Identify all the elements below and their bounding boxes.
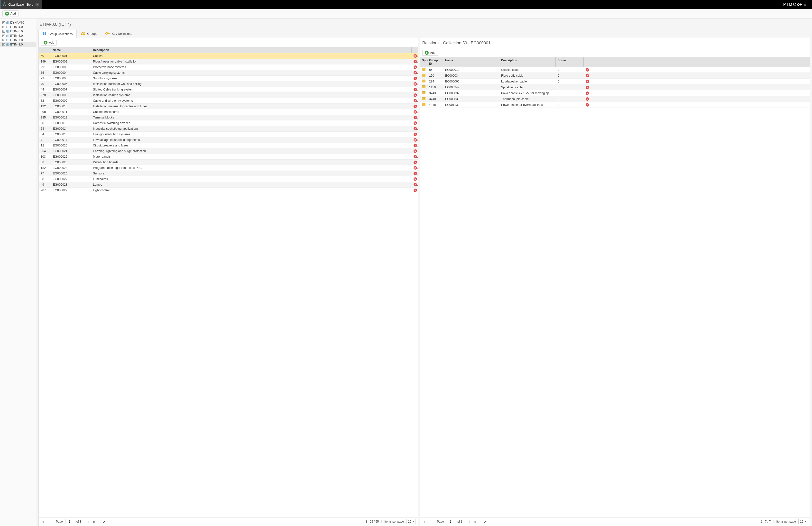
delete-icon[interactable]: × bbox=[414, 93, 417, 97]
table-row[interactable]: 291EG000003Protective hose systems× bbox=[39, 64, 418, 70]
open-folder-icon[interactable] bbox=[422, 74, 425, 77]
table-row[interactable]: 59EG000001Cables× bbox=[39, 53, 418, 59]
open-folder-icon[interactable] bbox=[422, 91, 425, 94]
pager-refresh-icon[interactable]: ⟳ bbox=[483, 520, 487, 524]
pager-prev-icon[interactable]: ‹ bbox=[429, 520, 431, 524]
tab-key-definitions[interactable]: Key Definitions bbox=[101, 29, 136, 38]
table-row[interactable]: 103EG000022Meter panels× bbox=[39, 154, 418, 160]
table-row[interactable]: 4818EC001139Power cable for overhead lin… bbox=[420, 102, 810, 108]
table-row[interactable]: 44EG000007Slotted Cable trunking system× bbox=[39, 87, 418, 92]
delete-icon[interactable]: × bbox=[414, 144, 417, 147]
delete-icon[interactable]: × bbox=[414, 105, 417, 108]
delete-icon[interactable]: × bbox=[414, 189, 417, 192]
expand-icon[interactable]: + bbox=[2, 34, 5, 37]
delete-icon[interactable]: × bbox=[586, 97, 589, 101]
table-row[interactable]: 3748EC000838Thermocouple cable0× bbox=[420, 96, 810, 102]
table-row[interactable]: 132EG000010Installation material for cab… bbox=[39, 104, 418, 109]
header-id[interactable]: ID bbox=[39, 47, 51, 53]
collections-add-button[interactable]: + Add bbox=[41, 40, 57, 45]
delete-icon[interactable]: × bbox=[414, 82, 417, 86]
table-row[interactable]: 77EG000026Sensors× bbox=[39, 171, 418, 176]
delete-icon[interactable]: × bbox=[414, 161, 417, 164]
delete-icon[interactable]: × bbox=[414, 60, 417, 63]
delete-icon[interactable]: × bbox=[586, 86, 589, 89]
table-row[interactable]: 150EC000034Fibre optic cable0× bbox=[420, 73, 810, 78]
table-row[interactable]: 207EG000029Light control× bbox=[39, 188, 418, 193]
delete-icon[interactable]: × bbox=[586, 68, 589, 72]
pager-next-icon[interactable]: › bbox=[468, 520, 471, 524]
tree-item[interactable]: +ETIM-8.0 bbox=[0, 42, 36, 47]
delete-icon[interactable]: × bbox=[414, 183, 417, 186]
delete-icon[interactable]: × bbox=[414, 155, 417, 158]
table-row[interactable]: 12EG000020Circuit breakers and fuses× bbox=[39, 143, 418, 148]
delete-icon[interactable]: × bbox=[414, 88, 417, 91]
pager-last-icon[interactable]: » bbox=[92, 520, 96, 524]
add-button[interactable]: + Add bbox=[2, 11, 18, 17]
table-row[interactable]: 3743EC000837Power cable >= 1 kV, for mov… bbox=[420, 90, 810, 96]
pager-ipp-select[interactable]: 25 bbox=[798, 519, 807, 524]
pager-page-input[interactable] bbox=[446, 519, 455, 524]
delete-icon[interactable]: × bbox=[414, 71, 417, 74]
delete-icon[interactable]: × bbox=[414, 65, 417, 69]
delete-icon[interactable]: × bbox=[414, 110, 417, 114]
table-row[interactable]: 254EG000021Earthing, lightning and surge… bbox=[39, 148, 418, 154]
delete-icon[interactable]: × bbox=[414, 121, 417, 125]
tree-item[interactable]: +ETIM-6.0 bbox=[0, 33, 36, 38]
table-row[interactable]: 88EG000023Distribution boards× bbox=[39, 160, 418, 165]
table-row[interactable]: 34EG000015Energy distribution systems× bbox=[39, 132, 418, 137]
delete-icon[interactable]: × bbox=[414, 177, 417, 181]
header-sorter[interactable]: Sorter bbox=[556, 57, 584, 67]
table-row[interactable]: 284EC000065Loudspeaker cable0× bbox=[420, 78, 810, 84]
pager-first-icon[interactable]: « bbox=[41, 520, 45, 524]
pager-next-icon[interactable]: › bbox=[87, 520, 90, 524]
topbar-tab-classification-store[interactable]: Classification Store × bbox=[0, 0, 42, 9]
relations-add-button[interactable]: + Add bbox=[422, 50, 438, 56]
delete-icon[interactable]: × bbox=[586, 103, 589, 106]
table-row[interactable]: 278EG000008Installation column systems× bbox=[39, 92, 418, 98]
table-row[interactable]: 86EC000019Coaxial cable0× bbox=[420, 67, 810, 73]
table-row[interactable]: 70EG000006Installation ducts for wall an… bbox=[39, 81, 418, 87]
table-row[interactable]: 28EG000013Domestic switching devices× bbox=[39, 120, 418, 126]
delete-icon[interactable]: × bbox=[414, 77, 417, 80]
expand-icon[interactable]: + bbox=[2, 26, 5, 28]
close-icon[interactable]: × bbox=[35, 3, 39, 6]
header-open[interactable]: Open bbox=[420, 57, 427, 67]
pager-first-icon[interactable]: « bbox=[422, 520, 426, 524]
expand-icon[interactable]: + bbox=[2, 39, 5, 41]
open-folder-icon[interactable] bbox=[422, 103, 425, 106]
expand-icon[interactable]: + bbox=[2, 30, 5, 33]
pager-ipp-select[interactable]: 25 bbox=[406, 519, 415, 524]
delete-icon[interactable]: × bbox=[414, 127, 417, 130]
pager-refresh-icon[interactable]: ⟳ bbox=[102, 520, 106, 524]
tree-item[interactable]: +DYNAMIC bbox=[0, 20, 36, 25]
expand-icon[interactable]: + bbox=[2, 21, 5, 24]
tree-item[interactable]: +ETIM-4.0 bbox=[0, 25, 36, 29]
delete-icon[interactable]: × bbox=[414, 172, 417, 175]
header-name[interactable]: Name bbox=[443, 57, 499, 67]
delete-icon[interactable]: × bbox=[586, 91, 589, 95]
pager-prev-icon[interactable]: ‹ bbox=[47, 520, 50, 524]
table-row[interactable]: 98EG000027Luminaires× bbox=[39, 176, 418, 182]
open-folder-icon[interactable] bbox=[422, 68, 425, 71]
table-row[interactable]: 65EG000004Cable carrying systems× bbox=[39, 70, 418, 76]
table-row[interactable]: 82EG000009Cable and wire entry systems× bbox=[39, 98, 418, 104]
header-description[interactable]: Description bbox=[91, 47, 411, 53]
table-row[interactable]: 7EG000017Low-voltage industrial componen… bbox=[39, 137, 418, 143]
delete-icon[interactable]: × bbox=[414, 99, 417, 102]
table-row[interactable]: 23EG000005Sub-floor systems× bbox=[39, 76, 418, 81]
table-row[interactable]: 208EG000011Cabinet enclosures× bbox=[39, 109, 418, 115]
delete-icon[interactable]: × bbox=[586, 74, 589, 77]
header-name[interactable]: Name bbox=[51, 47, 91, 53]
table-row[interactable]: 182EG000024Programmable logic controller… bbox=[39, 165, 418, 171]
delete-icon[interactable]: × bbox=[414, 116, 417, 119]
header-group-id[interactable]: Group ID bbox=[427, 57, 443, 67]
header-description[interactable]: Description bbox=[499, 57, 556, 67]
tree-item[interactable]: +ETIM-5.0 bbox=[0, 29, 36, 33]
expand-icon[interactable]: + bbox=[2, 43, 5, 46]
delete-icon[interactable]: × bbox=[586, 80, 589, 83]
delete-icon[interactable]: × bbox=[414, 138, 417, 142]
table-row[interactable]: 54EG000014Industrial socket/plug applica… bbox=[39, 126, 418, 132]
table-row[interactable]: 1159EC000247Spiralized cable0× bbox=[420, 84, 810, 90]
open-folder-icon[interactable] bbox=[422, 85, 425, 88]
table-row[interactable]: 199EG000002Pipes/hoses for cable install… bbox=[39, 59, 418, 64]
